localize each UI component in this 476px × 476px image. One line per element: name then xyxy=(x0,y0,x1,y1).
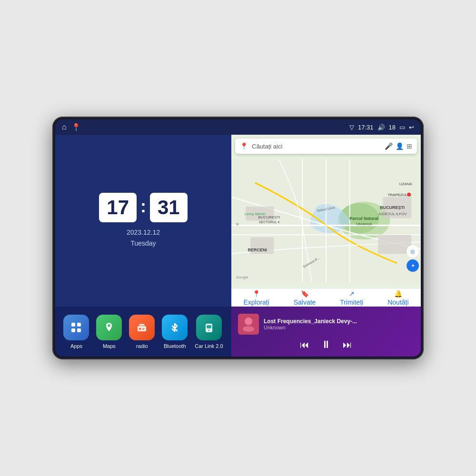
saved-icon: 🔖 xyxy=(301,290,309,298)
app-icon-apps[interactable]: Apps xyxy=(63,315,89,349)
svg-rect-2 xyxy=(71,328,75,332)
explore-label: Explorați xyxy=(243,298,269,306)
radio-label: radio xyxy=(136,343,148,349)
music-artist: Unknown xyxy=(264,325,414,330)
svg-text:BERCENI: BERCENI xyxy=(248,248,267,252)
radio-icon: FM xyxy=(129,315,155,340)
news-icon: 🔔 xyxy=(394,290,402,298)
map-widget[interactable]: Parcul Natural Văcărești BUCUREȘTI JUDEȚ… xyxy=(231,135,421,307)
bluetooth-icon xyxy=(162,315,188,340)
app-icon-maps[interactable]: Maps xyxy=(96,315,122,349)
left-panel: 17 : 31 2023.12.12 Tuesday xyxy=(55,135,231,357)
svg-text:UZANA: UZANA xyxy=(399,182,413,186)
svg-text:FM: FM xyxy=(140,323,144,326)
svg-rect-8 xyxy=(142,328,145,329)
clock-widget: 17 : 31 2023.12.12 Tuesday xyxy=(55,135,231,307)
clock-minutes: 31 xyxy=(150,193,188,222)
right-panel: Parcul Natural Văcărești BUCUREȘTI JUDEȚ… xyxy=(231,135,421,357)
svg-text:✦: ✦ xyxy=(411,263,415,268)
svg-point-13 xyxy=(208,329,209,331)
map-search-bar[interactable]: 📍 Căutați aici 🎤 👤 ⊞ xyxy=(235,139,417,154)
svg-point-46 xyxy=(245,317,252,325)
saved-label: Salvate xyxy=(294,298,316,306)
profile-icon[interactable]: 👤 xyxy=(396,142,404,150)
map-search-icons: 🎤 👤 ⊞ xyxy=(385,142,412,150)
svg-text:JUDEȚUL ILFOV: JUDEȚUL ILFOV xyxy=(378,212,407,216)
grid-icon[interactable]: ⊞ xyxy=(407,142,412,150)
share-icon: ↗ xyxy=(349,290,355,298)
svg-rect-25 xyxy=(378,235,411,254)
app-icons-row: Apps Maps xyxy=(55,307,231,357)
map-nav-share[interactable]: ↗ Trimiteți xyxy=(340,290,363,306)
status-bar: ⌂ 📍 ▽ 17:31 🔊 18 ▭ ↩ xyxy=(55,119,421,135)
map-nav-saved[interactable]: 🔖 Salvate xyxy=(294,290,316,306)
clock-date-value: 2023.12.12 xyxy=(127,227,160,238)
svg-rect-0 xyxy=(71,323,75,327)
apps-label: Apps xyxy=(70,343,82,349)
music-title: Lost Frequencies_Janieck Devy-... xyxy=(264,318,414,325)
clock-hours: 17 xyxy=(99,193,137,222)
music-info-row: Lost Frequencies_Janieck Devy-... Unknow… xyxy=(238,314,414,335)
clock-display: 17 : 31 xyxy=(99,193,187,222)
map-bottom-nav: 📍 Explorați 🔖 Salvate ↗ Trimiteți 🔔 xyxy=(231,288,421,307)
map-search-text: Căutați aici xyxy=(252,143,381,150)
bluetooth-label: Bluetooth xyxy=(164,343,186,349)
svg-point-7 xyxy=(139,327,141,330)
app-icon-bluetooth[interactable]: Bluetooth xyxy=(162,315,188,349)
music-info: Lost Frequencies_Janieck Devy-... Unknow… xyxy=(264,318,414,330)
music-album-art xyxy=(238,314,259,335)
news-label: Noutăți xyxy=(387,298,408,306)
share-label: Trimiteți xyxy=(340,298,363,306)
svg-point-47 xyxy=(243,326,254,332)
music-play-button[interactable]: ⏸ xyxy=(321,339,331,350)
status-right: ▽ 17:31 🔊 18 ▭ ↩ xyxy=(349,124,414,131)
svg-point-4 xyxy=(108,324,110,327)
screen: ⌂ 📍 ▽ 17:31 🔊 18 ▭ ↩ 17 : xyxy=(55,119,421,357)
signal-icon: ▽ xyxy=(349,124,354,131)
map-pin-logo: 📍 xyxy=(240,142,248,150)
app-icon-radio[interactable]: FM radio xyxy=(129,315,155,349)
music-controls: ⏮ ⏸ ⏭ xyxy=(238,339,414,350)
map-nav-explore[interactable]: 📍 Explorați xyxy=(243,290,269,306)
explore-icon: 📍 xyxy=(252,290,260,298)
maps-icon xyxy=(96,315,122,340)
status-time: 17:31 xyxy=(358,124,374,131)
svg-rect-3 xyxy=(77,328,81,332)
main-content: 17 : 31 2023.12.12 Tuesday xyxy=(55,135,421,357)
svg-rect-9 xyxy=(142,329,144,330)
svg-text:BUCUREȘTI: BUCUREȘTI xyxy=(380,205,405,210)
clock-day-value: Tuesday xyxy=(127,238,160,248)
svg-text:SECTORUL 4: SECTORUL 4 xyxy=(259,220,279,224)
svg-text:◎: ◎ xyxy=(410,248,415,254)
music-widget: Lost Frequencies_Janieck Devy-... Unknow… xyxy=(231,307,421,357)
svg-text:Văcărești: Văcărești xyxy=(356,222,372,226)
battery-icon: ▭ xyxy=(399,124,405,131)
svg-text:și: și xyxy=(236,222,238,226)
mic-icon[interactable]: 🎤 xyxy=(385,142,393,150)
svg-rect-1 xyxy=(77,323,81,327)
clock-date: 2023.12.12 Tuesday xyxy=(127,227,160,248)
back-icon[interactable]: ↩ xyxy=(409,124,414,131)
svg-text:Leroy Merlin: Leroy Merlin xyxy=(245,212,266,216)
apps-icon xyxy=(63,315,89,340)
svg-point-39 xyxy=(407,193,411,197)
svg-text:Parcul Natural: Parcul Natural xyxy=(349,216,378,221)
carlink-label: Car Link 2.0 xyxy=(195,343,223,349)
carlink-icon xyxy=(196,315,222,340)
maps-label: Maps xyxy=(103,343,116,349)
status-left: ⌂ 📍 xyxy=(62,123,81,132)
maps-pin-icon[interactable]: 📍 xyxy=(71,123,81,132)
car-head-unit: ⌂ 📍 ▽ 17:31 🔊 18 ▭ ↩ 17 : xyxy=(52,117,424,359)
svg-text:Google: Google xyxy=(236,275,248,279)
svg-rect-12 xyxy=(207,325,211,328)
app-icon-carlink[interactable]: Car Link 2.0 xyxy=(195,315,223,349)
map-nav-news[interactable]: 🔔 Noutăți xyxy=(387,290,408,306)
battery-level: 18 xyxy=(389,124,396,131)
clock-colon: : xyxy=(140,197,146,217)
volume-icon: 🔊 xyxy=(377,124,385,131)
music-prev-button[interactable]: ⏮ xyxy=(300,340,309,349)
music-next-button[interactable]: ⏭ xyxy=(343,340,352,349)
home-icon[interactable]: ⌂ xyxy=(62,123,67,131)
